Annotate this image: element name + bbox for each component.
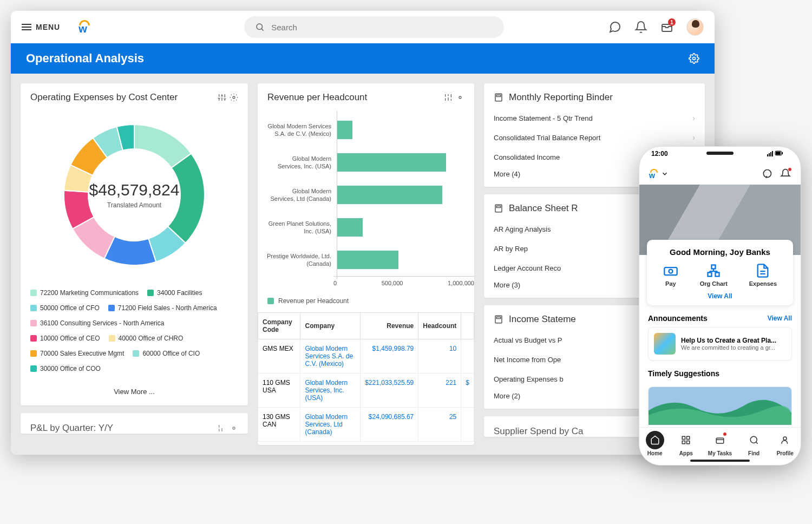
search-bar[interactable] xyxy=(244,16,504,38)
svg-rect-28 xyxy=(496,206,501,208)
gear-icon[interactable] xyxy=(689,53,699,64)
svg-rect-41 xyxy=(708,273,712,277)
gear-icon[interactable] xyxy=(230,424,238,433)
workday-logo-small[interactable]: w xyxy=(649,169,659,179)
view-all-link[interactable]: View All xyxy=(768,315,792,322)
tab-my-tasks[interactable]: My Tasks xyxy=(708,431,732,456)
phone-greeting: Good Morning, Joy Banks xyxy=(652,247,788,257)
announcements-header: Announcements View All xyxy=(639,305,801,327)
bar-axis: 0500,0001,000,000 xyxy=(333,276,474,293)
legend-item[interactable]: 72200 Marketing Communications xyxy=(30,287,139,299)
svg-rect-26 xyxy=(496,95,501,97)
svg-rect-40 xyxy=(712,265,716,269)
pl-card: P&L by Quarter: Y/Y xyxy=(21,413,248,434)
tab-home[interactable]: Home xyxy=(646,431,664,456)
view-more-link[interactable]: View More ... xyxy=(21,380,248,405)
chevron-down-icon[interactable] xyxy=(661,170,669,178)
hamburger-icon xyxy=(22,24,31,30)
gear-icon[interactable] xyxy=(456,93,464,102)
inbox-badge: 1 xyxy=(668,18,676,26)
table-row[interactable]: GMS MEXGlobal Modern Services S.A. de C.… xyxy=(258,339,474,374)
legend-item[interactable]: 40000 Office of CHRO xyxy=(109,332,184,344)
sliders-icon[interactable] xyxy=(218,424,226,433)
column-1: Operating Expenses by Cost Center $48,57… xyxy=(21,83,248,445)
legend-item[interactable]: 70000 Sales Executive Mgmt xyxy=(30,348,124,359)
revenue-table: Company CodeCompanyRevenueHeadcountGMS M… xyxy=(258,312,474,442)
menu-button[interactable]: MENU xyxy=(22,23,60,31)
revenue-card: Revenue per Headcount Global Modern Serv… xyxy=(258,83,474,445)
svg-line-1 xyxy=(262,29,264,30)
revenue-legend: Revenue per Headcount xyxy=(258,293,474,312)
donut-label: Translated Amount xyxy=(89,201,180,209)
chat-icon[interactable] xyxy=(608,21,621,34)
page-title: Operational Analysis xyxy=(26,51,144,66)
donut-card: Operating Expenses by Cost Center $48,57… xyxy=(21,83,248,405)
workday-logo[interactable]: w xyxy=(76,19,93,35)
home-indicator xyxy=(690,460,750,462)
sliders-icon[interactable] xyxy=(444,93,453,102)
svg-rect-42 xyxy=(716,273,719,277)
bell-icon[interactable] xyxy=(780,168,791,179)
pl-title: P&L by Quarter: Y/Y xyxy=(30,423,113,434)
svg-rect-37 xyxy=(782,152,783,154)
table-row[interactable]: 130 GMS CANGlobal Modern Services, Ltd (… xyxy=(258,408,474,442)
svg-point-0 xyxy=(257,24,263,30)
table-row[interactable]: 110 GMS USAGlobal Modern Services, Inc. … xyxy=(258,374,474,408)
legend-item[interactable]: 30000 Office of COO xyxy=(30,363,101,375)
legend-item[interactable]: 36100 Consulting Services - North Americ… xyxy=(30,317,164,329)
timely-header: Timely Suggestions xyxy=(639,361,801,382)
content: Operating Expenses by Cost Center $48,57… xyxy=(11,74,715,455)
svg-line-55 xyxy=(756,442,757,443)
list-item[interactable]: Consolidated Trial Balance Report› xyxy=(494,128,695,147)
search-icon xyxy=(255,22,265,32)
svg-rect-34 xyxy=(772,151,773,156)
announcement-thumb xyxy=(654,333,676,355)
quick-action-pay[interactable]: Pay xyxy=(663,263,678,287)
inbox-icon[interactable]: 1 xyxy=(660,21,673,34)
legend-item[interactable]: 71200 Field Sales - North America xyxy=(108,302,217,314)
sliders-icon[interactable] xyxy=(218,93,226,102)
svg-rect-51 xyxy=(687,441,690,444)
phone-appbar: w xyxy=(639,163,801,185)
notification-dot xyxy=(788,167,792,172)
phone-notch xyxy=(685,147,755,160)
donut-value: $48,579,824 xyxy=(89,181,180,199)
suggestion-wave xyxy=(649,387,791,425)
donut-title: Operating Expenses by Cost Center xyxy=(30,92,178,103)
svg-point-24 xyxy=(459,96,461,99)
donut-legend: 72200 Marketing Communications34000 Faci… xyxy=(21,281,248,380)
view-all-link[interactable]: View All xyxy=(652,292,788,300)
svg-point-17 xyxy=(233,427,235,429)
avatar[interactable] xyxy=(686,18,704,36)
bar-row: Global Modern Services S.A. de C.V. (Mex… xyxy=(266,114,466,146)
svg-rect-30 xyxy=(496,317,501,319)
chat-icon[interactable] xyxy=(762,168,772,179)
quick-action-org-chart[interactable]: Org Chart xyxy=(700,263,728,287)
svg-point-3 xyxy=(693,57,696,60)
tab-apps[interactable]: Apps xyxy=(677,431,695,456)
legend-item[interactable]: 60000 Office of CIO xyxy=(133,348,200,359)
svg-rect-38 xyxy=(664,267,677,275)
legend-item[interactable]: 10000 Office of CEO xyxy=(30,332,100,344)
announcement-card[interactable]: Help Us to Create a Great Pla... We are … xyxy=(648,327,792,361)
bell-icon[interactable] xyxy=(634,21,647,34)
gear-icon[interactable] xyxy=(230,93,238,102)
phone-mockup: 12:00 w Good Morning, Joy Banks PayOrg C… xyxy=(639,146,801,466)
quick-action-expenses[interactable]: Expenses xyxy=(749,263,777,287)
tab-find[interactable]: Find xyxy=(745,431,763,456)
svg-point-13 xyxy=(233,96,235,99)
svg-point-39 xyxy=(669,270,672,273)
topbar-icons: 1 xyxy=(608,18,704,36)
legend-item[interactable]: 50000 Office of CFO xyxy=(30,302,100,314)
tab-profile[interactable]: Profile xyxy=(776,431,794,456)
list-item[interactable]: Income Statement - 5 Qtr Trend› xyxy=(494,108,695,128)
bar-chart[interactable]: Global Modern Services S.A. de C.V. (Mex… xyxy=(258,108,474,276)
search-input[interactable] xyxy=(271,23,493,32)
phone-quick-card: Good Morning, Joy Banks PayOrg ChartExpe… xyxy=(647,240,793,305)
svg-point-56 xyxy=(783,437,787,440)
svg-rect-36 xyxy=(776,152,781,155)
donut-chart[interactable]: $48,579,824 Translated Amount xyxy=(53,114,215,276)
legend-item[interactable]: 34000 Facilities xyxy=(147,287,202,299)
revenue-title: Revenue per Headcount xyxy=(267,92,367,103)
app-frame: MENU w 1 Operational Analysis xyxy=(11,11,715,455)
